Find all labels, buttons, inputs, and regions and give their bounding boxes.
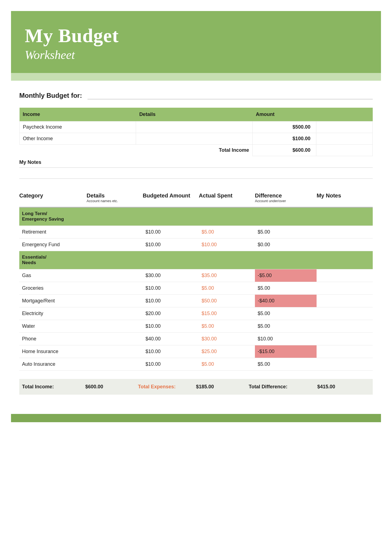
expense-headers: Category Details Account names etc. Budg…	[19, 193, 373, 208]
expense-notes[interactable]	[317, 226, 373, 238]
expense-details[interactable]	[87, 307, 143, 320]
expense-row: Groceries$10.00$5.00$5.00	[19, 282, 373, 295]
expense-notes[interactable]	[317, 358, 373, 370]
expense-row: Gas$30.00$35.00-$5.00	[19, 269, 373, 282]
expense-actual[interactable]: $5.00	[199, 282, 255, 294]
expense-label: Mortgage/Rent	[19, 295, 87, 307]
income-details[interactable]	[136, 121, 252, 133]
expense-difference: -$15.00	[255, 345, 317, 358]
content: Monthly Budget for: Income Details Amoun…	[0, 81, 392, 400]
income-row: Other Income $100.00	[20, 133, 373, 145]
header-category: Category	[19, 193, 87, 203]
expense-actual[interactable]: $5.00	[199, 226, 255, 238]
expense-label: Gas	[19, 269, 87, 282]
expense-label: Phone	[19, 333, 87, 345]
expense-difference: $5.00	[255, 226, 317, 238]
expense-details[interactable]	[87, 320, 143, 332]
my-notes-label: My Notes	[19, 159, 373, 168]
my-notes-area[interactable]	[19, 168, 373, 179]
expense-section-header: Essentials/ Needs	[19, 251, 373, 269]
month-input-line[interactable]	[88, 92, 373, 99]
expense-budgeted[interactable]: $20.00	[143, 307, 199, 320]
expense-actual[interactable]: $50.00	[199, 295, 255, 307]
header-stripe	[11, 73, 381, 81]
income-header-details: Details	[136, 108, 252, 121]
expense-difference: $10.00	[255, 333, 317, 345]
expense-row: Electricity$20.00$15.00$5.00	[19, 307, 373, 320]
budget-worksheet: My Budget Worksheet Monthly Budget for: …	[0, 11, 392, 433]
income-label: Paycheck Income	[20, 121, 136, 133]
income-details[interactable]	[136, 133, 252, 145]
expense-actual[interactable]: $5.00	[199, 320, 255, 332]
income-amount[interactable]: $100.00	[252, 133, 316, 145]
income-amount[interactable]: $500.00	[252, 121, 316, 133]
expense-row: Retirement$10.00$5.00$5.00	[19, 226, 373, 239]
income-extra	[316, 145, 372, 156]
expense-notes[interactable]	[317, 282, 373, 294]
header-actual: Actual Spent	[199, 193, 255, 203]
expense-row: Water$10.00$5.00$5.00	[19, 320, 373, 333]
expense-budgeted[interactable]: $10.00	[143, 239, 199, 251]
expense-notes[interactable]	[317, 333, 373, 345]
expense-budgeted[interactable]: $10.00	[143, 345, 199, 358]
expense-row: Emergency Fund$10.00$10.00$0.00	[19, 239, 373, 251]
expense-details[interactable]	[87, 226, 143, 238]
expense-notes[interactable]	[317, 345, 373, 358]
expense-budgeted[interactable]: $10.00	[143, 358, 199, 370]
expense-budgeted[interactable]: $40.00	[143, 333, 199, 345]
expense-actual[interactable]: $5.00	[199, 358, 255, 370]
expense-actual[interactable]: $10.00	[199, 239, 255, 251]
expense-label: Electricity	[19, 307, 87, 320]
expense-details[interactable]	[87, 269, 143, 282]
expense-actual[interactable]: $15.00	[199, 307, 255, 320]
header-details: Details Account names etc.	[87, 193, 143, 203]
expense-budgeted[interactable]: $10.00	[143, 282, 199, 294]
expense-details[interactable]	[87, 239, 143, 251]
expense-budgeted[interactable]: $10.00	[143, 226, 199, 238]
footer-bar	[11, 414, 381, 422]
month-row: Monthly Budget for:	[19, 92, 373, 99]
income-header-income: Income	[20, 108, 136, 121]
summary-difference-label: Total Difference:	[249, 384, 317, 390]
expense-details[interactable]	[87, 333, 143, 345]
summary-difference-value: $415.00	[317, 384, 370, 390]
expense-difference: $5.00	[255, 282, 317, 294]
expense-row: Auto Insurance$10.00$5.00$5.00	[19, 358, 373, 371]
expense-budgeted[interactable]: $10.00	[143, 320, 199, 332]
expense-row: Home Insurance$10.00$25.00-$15.00	[19, 345, 373, 358]
expense-notes[interactable]	[317, 307, 373, 320]
expense-notes[interactable]	[317, 320, 373, 332]
header-difference: Difference Account under/over	[255, 193, 317, 203]
expense-label: Emergency Fund	[19, 239, 87, 251]
expense-budgeted[interactable]: $10.00	[143, 295, 199, 307]
expense-budgeted[interactable]: $30.00	[143, 269, 199, 282]
expense-actual[interactable]: $30.00	[199, 333, 255, 345]
expense-actual[interactable]: $25.00	[199, 345, 255, 358]
income-extra	[316, 121, 372, 133]
expense-details[interactable]	[87, 295, 143, 307]
income-label: Other Income	[20, 133, 136, 145]
expense-notes[interactable]	[317, 239, 373, 251]
expense-difference: -$40.00	[255, 295, 317, 307]
expense-details[interactable]	[87, 345, 143, 358]
page-subtitle: Worksheet	[25, 48, 367, 62]
income-header-amount: Amount	[252, 108, 372, 121]
section-title: Long Term/ Emergency Saving	[19, 208, 87, 226]
expense-difference: -$5.00	[255, 269, 317, 282]
income-total-row: Total Income $600.00	[20, 145, 373, 156]
expense-actual[interactable]: $35.00	[199, 269, 255, 282]
income-table: Income Details Amount Paycheck Income $5…	[19, 108, 373, 156]
header-budgeted: Budgeted Amount	[143, 193, 199, 203]
expense-section-header: Long Term/ Emergency Saving	[19, 208, 373, 226]
expense-body: Long Term/ Emergency SavingRetirement$10…	[19, 208, 373, 371]
expense-row: Phone$40.00$30.00$10.00	[19, 333, 373, 345]
expense-details[interactable]	[87, 358, 143, 370]
expense-label: Water	[19, 320, 87, 332]
income-row: Paycheck Income $500.00	[20, 121, 373, 133]
summary-expenses-value: $185.00	[196, 384, 249, 390]
expense-notes[interactable]	[317, 295, 373, 307]
month-label: Monthly Budget for:	[19, 92, 82, 99]
expense-notes[interactable]	[317, 269, 373, 282]
expense-details[interactable]	[87, 282, 143, 294]
summary-expenses-label: Total Expenses:	[138, 384, 196, 390]
